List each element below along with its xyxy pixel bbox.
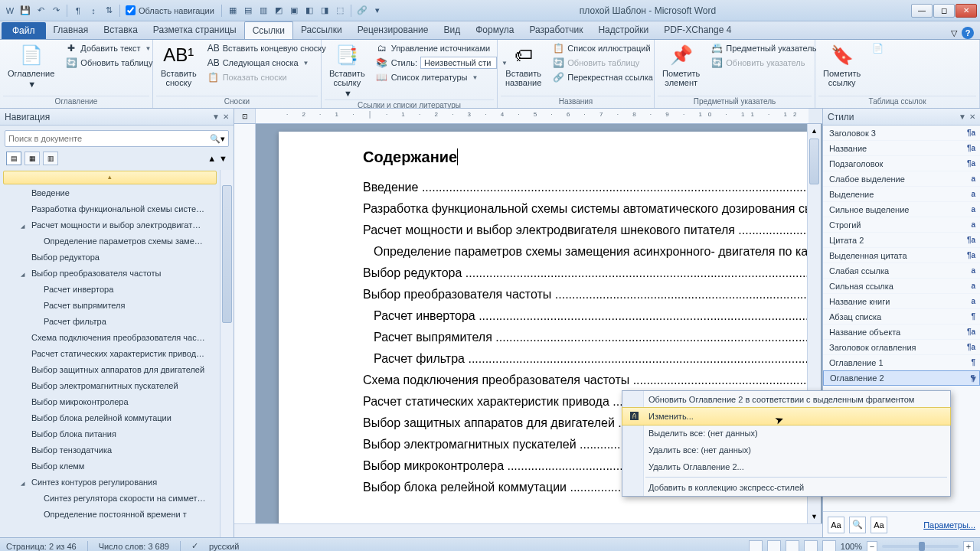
- qat-btn[interactable]: ¶: [71, 4, 85, 18]
- style-item[interactable]: Выделенная цитата¶a: [823, 248, 980, 263]
- tab-формула[interactable]: Формула: [468, 21, 521, 39]
- nav-view-headings[interactable]: ▤: [6, 152, 21, 165]
- manage-sources-button[interactable]: 🗂Управление источниками: [373, 41, 511, 55]
- tab-вид[interactable]: Вид: [436, 21, 468, 39]
- qat-btn[interactable]: ◩: [272, 4, 286, 18]
- qat-btn[interactable]: ⇅: [102, 4, 116, 18]
- qat-btn[interactable]: ◧: [302, 4, 316, 18]
- nav-item[interactable]: Выбор преобразователя частоты: [3, 266, 217, 281]
- nav-item[interactable]: Выбор блока релейной коммутации: [3, 410, 217, 425]
- qat-btn[interactable]: ↕: [87, 4, 100, 18]
- nav-item[interactable]: Выбор блока питания: [3, 426, 217, 442]
- cm-delete-style[interactable]: Удалить Оглавление 2...: [622, 458, 950, 475]
- nav-item[interactable]: Определение постоянной времени т: [3, 507, 217, 522]
- next-footnote-button[interactable]: ABСледующая сноска▼: [204, 56, 329, 70]
- tab-разметка-страницы[interactable]: Разметка страницы: [145, 21, 244, 39]
- nav-view-pages[interactable]: ▦: [24, 152, 40, 165]
- insert-citation-button[interactable]: 📑 Вставить ссылку▼: [325, 41, 370, 99]
- word-count[interactable]: Число слов: 3 689: [99, 542, 169, 551]
- style-item[interactable]: Цитата 2¶a: [823, 233, 980, 248]
- qat-btn[interactable]: ▤: [241, 4, 255, 18]
- style-item[interactable]: Сильная ссылкаa: [823, 279, 980, 294]
- nav-item[interactable]: Расчет статических характеристик привод…: [3, 346, 217, 361]
- style-item[interactable]: Сильное выделениеa: [823, 202, 980, 217]
- zoom-slider[interactable]: [882, 545, 959, 548]
- nav-up-icon[interactable]: ▲: [207, 154, 216, 163]
- new-style-button[interactable]: Aa: [828, 517, 844, 533]
- style-item[interactable]: Заголовок 3¶a: [823, 126, 980, 141]
- tab-надстройки[interactable]: Надстройки: [590, 21, 656, 39]
- bibliography-button[interactable]: 📖Список литературы▼: [373, 70, 511, 84]
- add-text-button[interactable]: ✚Добавить текст▼: [62, 41, 155, 55]
- citation-style-select[interactable]: 📚Стиль: Неизвестный сти▼: [373, 56, 511, 70]
- nav-item[interactable]: Выбор редуктора: [3, 249, 217, 265]
- fullscreen-view[interactable]: [767, 540, 781, 552]
- nav-item[interactable]: Выбор тензодатчика: [3, 442, 217, 458]
- print-layout-view[interactable]: [749, 540, 763, 552]
- nav-item[interactable]: Расчет мощности и выбор электродвигат…: [3, 217, 217, 233]
- style-item[interactable]: Выделениеa: [823, 187, 980, 202]
- vertical-ruler[interactable]: [234, 124, 256, 523]
- horizontal-scrollbar[interactable]: [234, 523, 822, 537]
- save-icon[interactable]: 💾: [18, 4, 32, 18]
- insert-footnote-button[interactable]: AB¹ Вставить сноску: [156, 41, 201, 89]
- nav-item-selected[interactable]: ▴: [3, 171, 217, 184]
- style-inspector-button[interactable]: 🔍: [849, 517, 866, 533]
- tab-главная[interactable]: Главная: [46, 21, 96, 39]
- redo-icon[interactable]: ↷: [49, 4, 63, 18]
- close-button[interactable]: ✕: [956, 4, 977, 18]
- file-tab[interactable]: Файл: [2, 22, 46, 39]
- styles-close-icon[interactable]: ✕: [969, 112, 975, 121]
- mark-entry-button[interactable]: 📌 Пометить элемент: [658, 41, 704, 89]
- word-icon[interactable]: W: [3, 4, 17, 18]
- page-status[interactable]: Страница: 2 из 46: [6, 542, 77, 551]
- style-item[interactable]: Оглавление 1¶: [823, 355, 980, 370]
- maximize-button[interactable]: ◻: [933, 4, 955, 18]
- help-icon[interactable]: ?: [962, 27, 974, 39]
- tab-рецензирование[interactable]: Рецензирование: [350, 21, 436, 39]
- nav-item[interactable]: Расчет фильтра: [3, 314, 217, 329]
- style-item[interactable]: Слабая ссылкаa: [823, 263, 980, 279]
- nav-view-results[interactable]: ▥: [43, 152, 58, 165]
- ruler-corner[interactable]: ⊡: [234, 109, 256, 123]
- qat-btn[interactable]: ▦: [226, 4, 240, 18]
- style-item[interactable]: Строгийa: [823, 217, 980, 233]
- nav-item[interactable]: Выбор защитных аппаратов для двигателей: [3, 362, 217, 377]
- cm-add-quick[interactable]: Добавить в коллекцию экспресс-стилей: [622, 479, 950, 496]
- style-item[interactable]: Название¶a: [823, 141, 980, 156]
- style-item[interactable]: Заголовок оглавления¶a: [823, 340, 980, 355]
- endnote-button[interactable]: ABВставить концевую сноску: [204, 41, 329, 55]
- cm-select-all[interactable]: Выделить все: (нет данных): [622, 425, 950, 442]
- list-illustrations-button[interactable]: 📋Список иллюстраций: [549, 41, 656, 55]
- cm-modify[interactable]: 🅰Изменить...: [622, 407, 951, 425]
- style-item[interactable]: Название книгиa: [823, 294, 980, 309]
- search-icon[interactable]: 🔍▾: [210, 134, 225, 144]
- qat-btn[interactable]: ▥: [256, 4, 270, 18]
- styles-dropdown-icon[interactable]: ▼: [959, 112, 966, 121]
- nav-item[interactable]: Выбор клемм: [3, 458, 217, 474]
- nav-pane-checkbox[interactable]: [126, 5, 136, 15]
- update-table-button[interactable]: 🔄Обновить таблицу: [62, 56, 155, 70]
- web-view[interactable]: [786, 540, 799, 552]
- index-button[interactable]: 📇Предметный указатель: [707, 41, 819, 55]
- scroll-thumb[interactable]: [809, 139, 819, 184]
- qat-dropdown-icon[interactable]: ▾: [371, 4, 384, 18]
- nav-item[interactable]: Выбор электромагнитных пускателей: [3, 378, 217, 393]
- tab-ссылки[interactable]: Ссылки: [244, 21, 293, 39]
- update-index-button[interactable]: 🔄Обновить указатель: [707, 56, 819, 70]
- ribbon-minimize-icon[interactable]: ▽: [951, 28, 957, 38]
- draft-view[interactable]: [822, 540, 836, 552]
- language-status[interactable]: русский: [209, 542, 239, 551]
- zoom-level[interactable]: 100%: [841, 542, 862, 551]
- nav-item[interactable]: Схема подключения преобразователя час…: [3, 330, 217, 345]
- tab-вставка[interactable]: Вставка: [96, 21, 145, 39]
- zoom-in-button[interactable]: +: [963, 541, 974, 552]
- nav-dropdown-icon[interactable]: ▼: [212, 112, 220, 121]
- zoom-out-button[interactable]: −: [867, 541, 877, 552]
- nav-item[interactable]: Синтез регулятора скорости на симмет…: [3, 491, 217, 506]
- nav-search[interactable]: 🔍▾: [5, 130, 229, 147]
- minimize-button[interactable]: —: [911, 4, 933, 18]
- tab-разработчик[interactable]: Разработчик: [521, 21, 590, 39]
- style-item[interactable]: Слабое выделениеa: [823, 171, 980, 187]
- scroll-up-icon[interactable]: ▲: [808, 124, 821, 138]
